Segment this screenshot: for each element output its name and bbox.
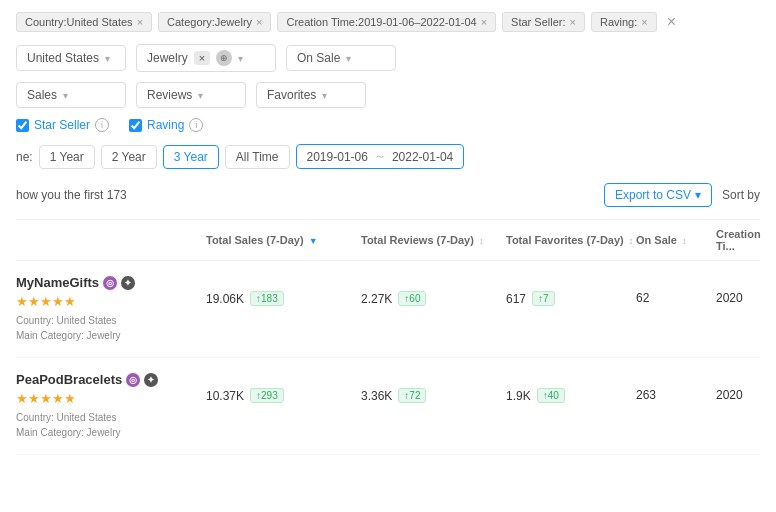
filter-tag-category[interactable]: Category:Jewelry × — [158, 12, 271, 32]
remove-star-seller-filter[interactable]: × — [570, 16, 576, 28]
export-csv-button[interactable]: Export to CSV ▾ — [604, 183, 712, 207]
cell-favorites-2: 1.9K ↑40 — [506, 372, 636, 403]
raving-checkbox[interactable] — [129, 119, 142, 132]
shop-info-1: MyNameGifts ◎ ✦ ★★★★★ Country: United St… — [16, 275, 206, 343]
chevron-down-icon: ▾ — [105, 53, 110, 64]
favorites-dropdown[interactable]: Favorites ▾ — [256, 82, 366, 108]
date-range-picker[interactable]: 2019-01-06 ～ 2022-01-04 — [296, 144, 465, 169]
sales-change-1: ↑183 — [250, 291, 284, 306]
sort-by-button[interactable]: Sort by — [722, 188, 760, 202]
chevron-down-icon-5: ▾ — [198, 90, 203, 101]
cell-favorites-1: 617 ↑7 — [506, 275, 636, 306]
table-row: PeaPodBracelets ◎ ✦ ★★★★★ Country: Unite… — [16, 358, 760, 455]
sort-onsale-icon: ↕ — [682, 236, 687, 246]
chevron-down-icon-export: ▾ — [695, 188, 701, 202]
time-2year-button[interactable]: 2 Year — [101, 145, 157, 169]
dark-badge-2: ✦ — [144, 373, 158, 387]
reviews-dropdown[interactable]: Reviews ▾ — [136, 82, 246, 108]
sales-value-2: 10.37K — [206, 389, 244, 403]
date-separator: ～ — [374, 148, 386, 165]
sort-sales-icon: ▼ — [309, 236, 318, 246]
results-row: how you the first 173 Export to CSV ▾ So… — [16, 183, 760, 207]
col-header-favorites[interactable]: Total Favorites (7-Day) ↕ — [506, 234, 636, 246]
reviews-change-2: ↑72 — [398, 388, 426, 403]
sort-favorites-icon: ↕ — [629, 236, 634, 246]
purple-badge-1: ◎ — [103, 276, 117, 290]
filter-tag-country[interactable]: Country:United States × — [16, 12, 152, 32]
category-dropdown[interactable]: Jewelry × ⊕ ▾ — [136, 44, 276, 72]
cell-onsale-2: 263 — [636, 372, 716, 402]
chevron-down-icon-2: ▾ — [238, 53, 243, 64]
cell-sales-1: 19.06K ↑183 — [206, 275, 361, 306]
reviews-value-2: 3.36K — [361, 389, 392, 403]
cell-creation-2: 2020 — [716, 372, 760, 402]
cell-creation-1: 2020 — [716, 275, 760, 305]
stars-2: ★★★★★ — [16, 391, 206, 406]
remove-category-filter[interactable]: × — [256, 16, 262, 28]
time-range-label: ne: — [16, 150, 33, 164]
chevron-down-icon-6: ▾ — [322, 90, 327, 101]
cell-onsale-1: 62 — [636, 275, 716, 305]
chevron-down-icon-3: ▾ — [346, 53, 351, 64]
col-header-onsale[interactable]: On Sale ↕ — [636, 234, 716, 246]
category-tag[interactable]: × — [194, 51, 210, 65]
shop-name-2[interactable]: PeaPodBracelets ◎ ✦ — [16, 372, 206, 387]
results-actions: Export to CSV ▾ Sort by — [604, 183, 760, 207]
start-date: 2019-01-06 — [307, 150, 368, 164]
filter-tag-star-seller[interactable]: Star Seller: × — [502, 12, 585, 32]
category-icon: ⊕ — [216, 50, 232, 66]
cell-sales-2: 10.37K ↑293 — [206, 372, 361, 403]
col-header-creation[interactable]: Creation Ti... — [716, 228, 761, 252]
table-header: Total Sales (7-Day) ▼ Total Reviews (7-D… — [16, 219, 760, 261]
reviews-change-1: ↑60 — [398, 291, 426, 306]
time-3year-button[interactable]: 3 Year — [163, 145, 219, 169]
dropdowns-row-1: United States ▾ Jewelry × ⊕ ▾ On Sale ▾ — [16, 44, 760, 72]
sales-value-1: 19.06K — [206, 292, 244, 306]
dropdowns-row-2: Sales ▾ Reviews ▾ Favorites ▾ — [16, 82, 760, 108]
onsale-value-2: 263 — [636, 388, 656, 402]
filter-tags-row: Country:United States × Category:Jewelry… — [16, 12, 760, 32]
end-date: 2022-01-04 — [392, 150, 453, 164]
star-seller-info-icon[interactable]: i — [95, 118, 109, 132]
chevron-down-icon-4: ▾ — [63, 90, 68, 101]
filter-tag-raving[interactable]: Raving: × — [591, 12, 657, 32]
raving-checkbox-label[interactable]: Raving i — [129, 118, 203, 132]
col-header-sales[interactable]: Total Sales (7-Day) ▼ — [206, 234, 361, 246]
time-1year-button[interactable]: 1 Year — [39, 145, 95, 169]
sort-reviews-icon: ↕ — [479, 236, 484, 246]
time-alltime-button[interactable]: All Time — [225, 145, 290, 169]
raving-info-icon[interactable]: i — [189, 118, 203, 132]
onsale-value-1: 62 — [636, 291, 649, 305]
shop-meta-2: Country: United States Main Category: Je… — [16, 410, 206, 440]
favorites-change-1: ↑7 — [532, 291, 555, 306]
reviews-value-1: 2.27K — [361, 292, 392, 306]
cell-reviews-2: 3.36K ↑72 — [361, 372, 506, 403]
dark-badge-1: ✦ — [121, 276, 135, 290]
creation-value-2: 2020 — [716, 388, 743, 402]
col-header-reviews[interactable]: Total Reviews (7-Day) ↕ — [361, 234, 506, 246]
purple-badge-2: ◎ — [126, 373, 140, 387]
creation-value-1: 2020 — [716, 291, 743, 305]
cell-reviews-1: 2.27K ↑60 — [361, 275, 506, 306]
favorites-value-2: 1.9K — [506, 389, 531, 403]
shop-info-2: PeaPodBracelets ◎ ✦ ★★★★★ Country: Unite… — [16, 372, 206, 440]
shop-name-1[interactable]: MyNameGifts ◎ ✦ — [16, 275, 206, 290]
clear-all-filters-button[interactable]: × — [667, 13, 676, 31]
time-range-row: ne: 1 Year 2 Year 3 Year All Time 2019-0… — [16, 144, 760, 169]
country-dropdown[interactable]: United States ▾ — [16, 45, 126, 71]
remove-raving-filter[interactable]: × — [641, 16, 647, 28]
checkbox-row: Star Seller i Raving i — [16, 118, 760, 132]
results-info: how you the first 173 — [16, 188, 127, 202]
favorites-value-1: 617 — [506, 292, 526, 306]
star-seller-checkbox-label[interactable]: Star Seller i — [16, 118, 109, 132]
remove-country-filter[interactable]: × — [137, 16, 143, 28]
sales-change-2: ↑293 — [250, 388, 284, 403]
remove-creation-time-filter[interactable]: × — [481, 16, 487, 28]
star-seller-checkbox[interactable] — [16, 119, 29, 132]
filter-tag-creation-time[interactable]: Creation Time:2019-01-06–2022-01-04 × — [277, 12, 496, 32]
table-row: MyNameGifts ◎ ✦ ★★★★★ Country: United St… — [16, 261, 760, 358]
sales-dropdown[interactable]: Sales ▾ — [16, 82, 126, 108]
onsale-dropdown[interactable]: On Sale ▾ — [286, 45, 396, 71]
favorites-change-2: ↑40 — [537, 388, 565, 403]
shop-meta-1: Country: United States Main Category: Je… — [16, 313, 206, 343]
